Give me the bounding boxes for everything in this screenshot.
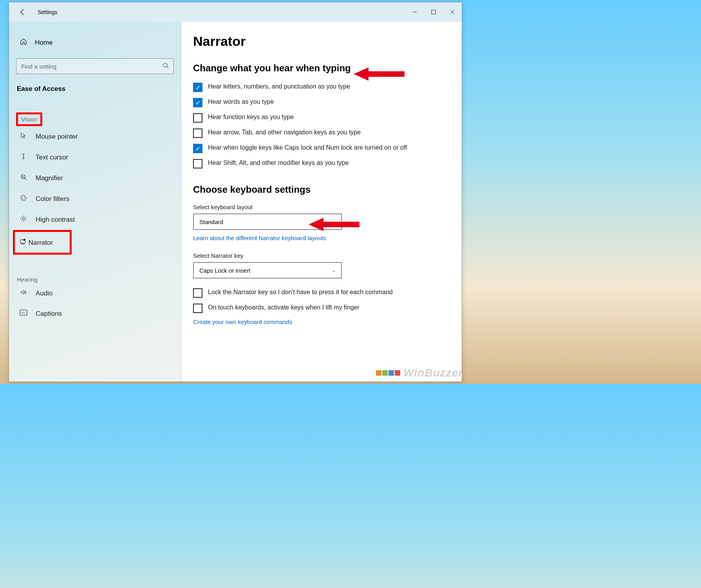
sidebar-item-label: Captions — [36, 310, 62, 318]
settings-window: Settings Home — [9, 2, 462, 382]
checkbox-box[interactable] — [193, 159, 202, 168]
checkbox-box[interactable]: ✓ — [193, 83, 202, 92]
logo-icon — [376, 370, 400, 376]
dropdown-value: Caps Lock or Insert — [199, 267, 250, 274]
svg-line-18 — [21, 220, 22, 221]
svg-line-16 — [21, 216, 22, 217]
svg-line-19 — [25, 216, 26, 217]
sidebar-item-label: Color filters — [36, 195, 69, 203]
watermark: WinBuzzer — [376, 367, 463, 379]
minimize-button[interactable] — [405, 4, 424, 20]
commands-link[interactable]: Create your own keyboard commands — [193, 318, 450, 325]
brightness-icon — [19, 215, 28, 224]
sidebar: Home Ease of Access Vision Mouse pointer… — [9, 22, 181, 382]
section-heading-keyboard: Choose keyboard settings — [193, 184, 450, 195]
sidebar-item-label: Text cursor — [36, 154, 68, 161]
window-title: Settings — [38, 9, 58, 15]
svg-text:CC: CC — [22, 311, 25, 314]
sidebar-item-audio[interactable]: Audio — [16, 283, 174, 304]
back-button[interactable] — [15, 4, 31, 20]
sidebar-group-vision: Vision — [16, 112, 42, 126]
palette-icon — [19, 194, 28, 203]
checkbox-label: Hear Shift, Alt, and other modifier keys… — [208, 159, 349, 167]
sidebar-item-magnifier[interactable]: Magnifier — [16, 168, 174, 188]
checkbox-box[interactable] — [193, 304, 202, 313]
checkbox-lock-narrator-key[interactable]: Lock the Narrator key so I don't have to… — [193, 288, 444, 298]
checkbox-row[interactable]: Hear arrow, Tab, and other navigation ke… — [193, 128, 444, 138]
sidebar-item-label: Mouse pointer — [36, 133, 78, 141]
category-label: Ease of Access — [16, 85, 174, 93]
sidebar-item-narrator[interactable]: Narrator — [13, 230, 72, 255]
sidebar-item-captions[interactable]: CC Captions — [16, 304, 174, 324]
keyboard-layout-label: Select keyboard layout — [193, 204, 450, 210]
svg-point-8 — [22, 197, 23, 197]
svg-marker-28 — [309, 218, 360, 231]
maximize-button[interactable] — [424, 4, 443, 20]
checkbox-box[interactable]: ✓ — [193, 144, 202, 153]
annotation-arrow — [309, 215, 363, 234]
checkbox-row[interactable]: ✓Hear words as you type — [193, 98, 444, 107]
checkbox-label: Hear function keys as you type — [208, 113, 294, 121]
audio-icon — [19, 289, 28, 298]
checkbox-label: Hear when toggle keys like Caps lock and… — [208, 143, 407, 152]
search-icon — [163, 62, 169, 70]
checkbox-box[interactable] — [193, 288, 202, 298]
svg-line-3 — [167, 67, 168, 68]
checkbox-label: On touch keyboards, activate keys when I… — [208, 303, 360, 312]
checkbox-box[interactable]: ✓ — [193, 98, 202, 107]
checkbox-label: Hear letters, numbers, and punctuation a… — [208, 82, 350, 91]
svg-point-10 — [23, 199, 24, 200]
watermark-text: WinBuzzer — [403, 367, 463, 379]
svg-point-24 — [23, 239, 25, 241]
mouse-pointer-icon — [19, 132, 28, 141]
page-title: Narrator — [193, 34, 450, 49]
checkbox-row[interactable]: ✓Hear when toggle keys like Caps lock an… — [193, 143, 444, 153]
sidebar-item-label: Audio — [36, 289, 52, 297]
sidebar-item-label: Narrator — [29, 239, 53, 246]
checkbox-label: Hear words as you type — [208, 98, 274, 106]
sidebar-group-hearing: Hearing — [16, 276, 174, 283]
checkbox-label: Hear arrow, Tab, and other navigation ke… — [208, 128, 361, 137]
svg-line-5 — [25, 178, 26, 180]
sidebar-item-mouse-pointer[interactable]: Mouse pointer — [16, 126, 174, 147]
sidebar-item-high-contrast[interactable]: High contrast — [16, 209, 174, 230]
home-nav[interactable]: Home — [16, 34, 174, 51]
captions-icon: CC — [19, 309, 28, 318]
narrator-key-label: Select Narrator key — [193, 252, 450, 259]
home-label: Home — [35, 39, 52, 47]
checkbox-label: Lock the Narrator key so I don't have to… — [208, 288, 393, 297]
sidebar-item-color-filters[interactable]: Color filters — [16, 188, 174, 209]
checkbox-box[interactable] — [193, 113, 202, 123]
layout-help-link[interactable]: Learn about the different Narrator keybo… — [193, 235, 450, 241]
content-pane: Narrator Change what you hear when typin… — [181, 22, 462, 382]
svg-line-17 — [25, 220, 26, 221]
svg-point-9 — [22, 198, 23, 199]
narrator-key-dropdown[interactable]: Caps Lock or Insert ⌄ — [193, 262, 342, 279]
section-heading-typing: Change what you hear when typing — [193, 63, 450, 74]
svg-marker-27 — [354, 67, 405, 81]
annotation-arrow — [354, 64, 408, 84]
search-input[interactable] — [21, 63, 163, 70]
window-controls — [405, 4, 462, 20]
dropdown-value: Standard — [199, 219, 223, 225]
svg-point-2 — [163, 63, 167, 67]
narrator-icon — [20, 239, 27, 246]
sidebar-item-label: Magnifier — [36, 174, 63, 182]
sidebar-item-label: High contrast — [36, 216, 75, 224]
svg-rect-1 — [432, 10, 435, 14]
home-icon — [19, 38, 28, 47]
checkbox-touch-activate[interactable]: On touch keyboards, activate keys when I… — [193, 303, 444, 313]
sidebar-item-text-cursor[interactable]: Text cursor — [16, 147, 174, 168]
text-cursor-icon — [19, 153, 28, 162]
close-button[interactable] — [443, 4, 462, 20]
chevron-down-icon: ⌄ — [332, 268, 336, 273]
svg-point-11 — [22, 217, 25, 220]
magnifier-icon — [19, 174, 28, 183]
checkbox-row[interactable]: Hear function keys as you type — [193, 113, 444, 123]
search-box[interactable] — [16, 58, 174, 74]
titlebar: Settings — [9, 2, 462, 22]
checkbox-box[interactable] — [193, 128, 202, 138]
checkbox-row[interactable]: Hear Shift, Alt, and other modifier keys… — [193, 159, 444, 168]
